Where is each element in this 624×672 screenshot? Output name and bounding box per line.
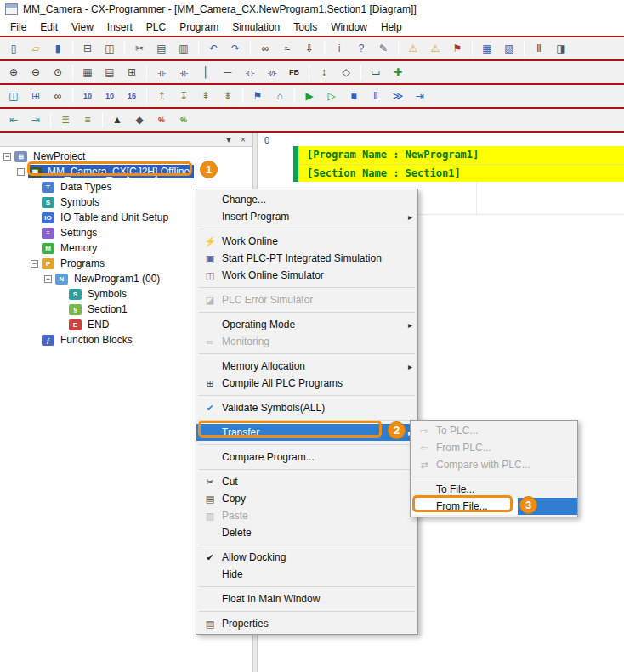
plc-settings-button[interactable]: ▧ (499, 39, 519, 58)
menu-item-allow-docking[interactable]: ✔ Allow Docking (196, 549, 417, 566)
menu-program[interactable]: Program (173, 20, 225, 35)
menu-item-float-in-main-window[interactable]: Float In Main Window (196, 590, 417, 607)
page-down-button[interactable]: ⇟ (218, 87, 238, 105)
open-project-button[interactable]: ▱ (26, 39, 46, 58)
address-list-button[interactable]: ≡ (77, 110, 98, 129)
zoom-out-button[interactable]: ⊖ (26, 63, 46, 82)
menu-help[interactable]: Help (374, 20, 409, 35)
zoom-fit-button[interactable]: ⊙ (48, 63, 68, 82)
cascade-windows-button[interactable]: ⊞ (26, 87, 46, 105)
insert-row-button[interactable]: ✚ (388, 63, 408, 82)
address-decimal-signed-button[interactable]: 10 (99, 87, 120, 105)
invert-button[interactable]: ◇ (336, 63, 356, 82)
show-comments-button[interactable]: ▤ (99, 63, 120, 82)
collapse-toggle-icon[interactable]: − (17, 168, 25, 176)
section-name-line[interactable]: [Section Name : Section1] (293, 164, 624, 182)
help-button[interactable]: ? (351, 39, 372, 58)
ok-percent-button[interactable]: % (173, 110, 194, 129)
address-hex-button[interactable]: 16 (122, 87, 142, 105)
program-name-line[interactable]: [Program Name : NewProgram1] (293, 146, 624, 164)
address-decimal-button[interactable]: 10 (77, 87, 98, 105)
pause-button[interactable]: Ⅱ (529, 39, 549, 58)
menu-item-work-online-simulator[interactable]: ◫ Work Online Simulator (196, 267, 417, 284)
about-button[interactable]: i (329, 39, 349, 58)
menu-window[interactable]: Window (324, 20, 374, 35)
menu-item-properties[interactable]: ▤ Properties (196, 615, 417, 632)
menu-item-insert-program[interactable]: Insert Program ▸ (196, 208, 417, 225)
plc-error-log-button[interactable]: ⚠ (403, 39, 423, 58)
bookmark-flag-button[interactable]: ⚑ (447, 39, 468, 58)
resume-button[interactable]: ◨ (551, 39, 571, 58)
plc-error-button[interactable]: ⚠ (425, 39, 445, 58)
menu-item-operating-mode[interactable]: Operating Mode ▸ (196, 316, 417, 333)
watch-window-button[interactable]: ∞ (48, 87, 68, 105)
new-instruction-button[interactable]: FB (284, 63, 304, 82)
save-project-button[interactable]: ▮ (48, 39, 68, 58)
context-help-button[interactable]: ✎ (373, 39, 394, 58)
new-project-button[interactable]: ▯ (3, 39, 24, 58)
menu-plc[interactable]: PLC (139, 20, 173, 35)
menu-insert[interactable]: Insert (100, 20, 139, 35)
sim-step-button[interactable]: ≫ (388, 87, 408, 105)
menu-file[interactable]: File (3, 20, 33, 35)
new-vertical-button[interactable]: │ (196, 63, 216, 82)
menu-item-from-file[interactable]: From File... (411, 498, 577, 515)
compile-program-button[interactable]: ▲ (107, 110, 128, 129)
menu-item-delete[interactable]: Delete (196, 524, 417, 541)
menu-item-transfer[interactable]: Transfer ▸ (196, 424, 417, 441)
copy-button[interactable]: ▤ (151, 39, 172, 58)
menu-item-work-online[interactable]: ⚡ Work Online (196, 233, 417, 250)
go-home-button[interactable]: ⌂ (269, 87, 290, 105)
tree-item-newproject[interactable]: − ⊞ NewProject (0, 149, 252, 164)
print-preview-button[interactable]: ◫ (99, 39, 120, 58)
page-up-button[interactable]: ⇞ (196, 87, 216, 105)
menu-item-start-plc-pt-integrated-simulation[interactable]: ▣ Start PLC-PT Integrated Simulation (196, 250, 417, 267)
collapse-toggle-icon[interactable]: − (31, 260, 38, 268)
sim-run-monitor-button[interactable]: ▷ (321, 87, 342, 105)
menu-item-to-file[interactable]: To File... (411, 481, 577, 498)
redo-button[interactable]: ↷ (225, 39, 246, 58)
panel-menu-button[interactable]: ▾ (223, 134, 235, 145)
new-closed-coil-button[interactable]: -(/)- (262, 63, 282, 82)
new-horizontal-button[interactable]: ─ (218, 63, 238, 82)
menu-item-hide[interactable]: Hide (196, 566, 417, 583)
sim-run-button[interactable]: ▶ (299, 87, 320, 105)
paste-button[interactable]: ▥ (173, 39, 194, 58)
sim-pause-button[interactable]: Ⅱ (366, 87, 386, 105)
symbol-list-button[interactable]: ≣ (55, 110, 76, 129)
sim-stop-button[interactable]: ■ (343, 87, 364, 105)
menu-item-cut[interactable]: ✂ Cut (196, 473, 417, 490)
collapse-toggle-icon[interactable]: − (3, 153, 11, 161)
zoom-in-button[interactable]: ⊕ (3, 63, 24, 82)
panel-close-button[interactable]: × (237, 134, 249, 145)
new-window-button[interactable]: ◫ (3, 87, 24, 105)
new-contact-button[interactable]: -| |- (151, 63, 172, 82)
cut-button[interactable]: ✂ (129, 39, 150, 58)
error-percent-button[interactable]: % (151, 110, 172, 129)
replace-button[interactable]: ≈ (277, 39, 298, 58)
menu-tools[interactable]: Tools (286, 20, 324, 35)
outdent-button[interactable]: ⇤ (3, 110, 24, 129)
print-button[interactable]: ⊟ (77, 39, 98, 58)
sim-step-over-button[interactable]: ⇥ (410, 87, 430, 105)
menu-item-validate-symbols[interactable]: ✔ Validate Symbols(ALL) (196, 399, 417, 416)
menu-item-compare-program[interactable]: Compare Program... (196, 449, 417, 466)
menu-edit[interactable]: Edit (33, 20, 65, 35)
next-rung-button[interactable]: ↧ (173, 87, 194, 105)
new-rung-button[interactable]: ▭ (366, 63, 386, 82)
online-edit-button[interactable]: ◆ (129, 110, 150, 129)
show-addresses-button[interactable]: ⊞ (122, 63, 142, 82)
io-table-button[interactable]: ▦ (477, 39, 497, 58)
previous-rung-button[interactable]: ↥ (151, 87, 172, 105)
collapse-toggle-icon[interactable]: − (44, 275, 52, 283)
undo-button[interactable]: ↶ (203, 39, 224, 58)
find-button[interactable]: ∞ (255, 39, 275, 58)
new-closed-contact-button[interactable]: -|/|- (173, 63, 194, 82)
new-coil-button[interactable]: -( )- (240, 63, 260, 82)
find-next-button[interactable]: ⇩ (299, 39, 320, 58)
bookmark-button[interactable]: ⚑ (247, 87, 268, 105)
menu-item-memory-allocation[interactable]: Memory Allocation ▸ (196, 358, 417, 375)
menu-item-compile-all-plc-programs[interactable]: ⊞ Compile All PLC Programs (196, 375, 417, 392)
menu-item-change[interactable]: Change... (196, 191, 417, 208)
menu-simulation[interactable]: Simulation (225, 20, 286, 35)
